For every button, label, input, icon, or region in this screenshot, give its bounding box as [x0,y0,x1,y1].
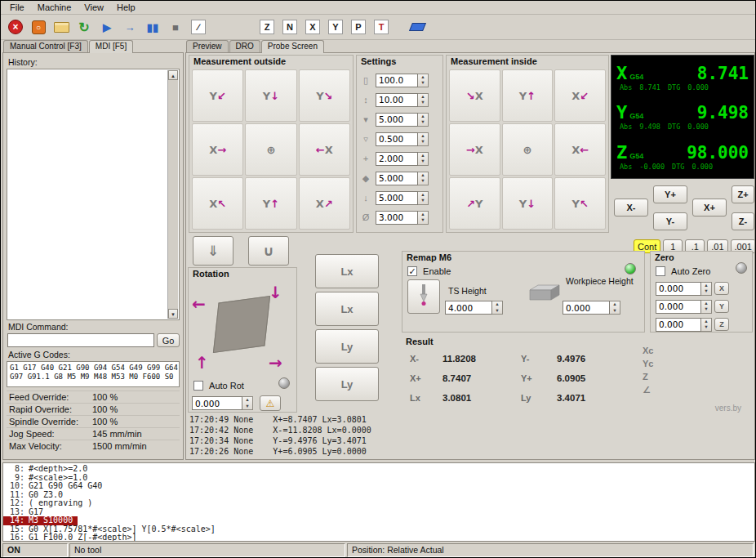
zero-1[interactable]: ▲▼ [656,282,712,296]
setting-4-input[interactable] [376,132,418,146]
setting-7-input[interactable] [376,191,418,205]
ts-height[interactable]: ▲▼ [445,301,503,315]
run-from-line-icon[interactable]: → [119,16,140,38]
spinner-buttons[interactable]: ▲▼ [418,191,429,205]
spin-up-icon[interactable]: ▲ [418,74,428,81]
machine-power-icon[interactable]: ○ [28,16,49,38]
probe-inside-corner-left-top[interactable]: ↘X [449,69,500,122]
spin-down-icon[interactable]: ▼ [242,404,252,410]
probe-inside-y-down[interactable]: Y↓ [502,177,554,230]
jog-x-plus-button[interactable]: X+ [692,199,727,217]
open-file-icon[interactable] [51,16,72,38]
touch-off-x-icon[interactable]: X [302,16,323,38]
rotation-angle[interactable]: ▲▼ [192,396,253,410]
length-y-inside-button[interactable]: Ly [315,367,379,401]
zero-set-z-button[interactable]: Z [714,318,729,331]
spin-up-icon[interactable]: ▲ [418,94,428,100]
gcode-line[interactable]: 9:#<scale>=1.0 [3,474,754,483]
ts-probe-button[interactable] [407,279,440,314]
spinner-buttons[interactable]: ▲▼ [701,300,712,314]
setting-1-input[interactable] [376,74,418,87]
tool-touch-icon[interactable]: T [371,16,392,38]
probe-inside-x-left[interactable]: →X [449,123,500,176]
jog-x-minus-button[interactable]: X- [614,199,648,217]
probe-outside-corner-left-bottom[interactable]: X↖ [192,177,243,230]
tab-mdi[interactable]: MDI [F5] [89,40,133,53]
spinner-buttons[interactable]: ▲▼ [492,301,503,315]
run-program-icon[interactable]: ▶ [96,16,118,38]
setting-7[interactable]: ▲▼ [376,191,429,205]
gcode-line[interactable]: 8:#<depth>=2.0 [3,465,754,474]
menu-help[interactable]: Help [110,2,142,13]
probe-outside-corner-right-bottom[interactable]: X↗ [299,177,350,230]
scroll-up-icon[interactable]: ▲ [168,70,178,80]
jog-z-plus-button[interactable]: Z+ [732,185,754,203]
spin-down-icon[interactable]: ▼ [701,288,711,295]
menu-file[interactable]: File [3,2,31,13]
probe-inside-x-right[interactable]: X← [554,123,606,176]
probe-inside-y-up[interactable]: Y↑ [502,69,554,122]
spinner-buttons[interactable]: ▲▼ [701,318,712,332]
tab-manual-control[interactable]: Manual Control [F3] [3,40,88,53]
spin-down-icon[interactable]: ▼ [701,324,711,331]
estop-icon[interactable]: × [5,16,26,38]
spin-down-icon[interactable]: ▼ [418,178,428,185]
remap-enable-checkbox[interactable]: ✓ [407,266,417,276]
spinner-buttons[interactable]: ▲▼ [418,74,429,87]
rotation-warning-button[interactable]: ⚠ [260,395,281,411]
rotation-angle-input[interactable] [192,396,242,410]
auto-zero-checkbox[interactable] [656,266,665,276]
gcode-line[interactable]: 16:G1 F100.0 Z[-#<depth>] [3,533,754,542]
history-list[interactable]: ▲ ▼ [7,69,180,320]
gcode-area[interactable]: 8:#<depth>=2.09:#<scale>=1.010:G21 G90 G… [2,462,755,542]
tab-dro[interactable]: DRO [229,40,260,53]
magnet-icon[interactable]: N [279,16,300,38]
zero-set-y-button[interactable]: Y [714,300,729,313]
setting-5[interactable]: ▲▼ [376,152,429,166]
probe-outside-x-left[interactable]: ←X [299,123,350,176]
spin-down-icon[interactable]: ▼ [418,217,428,224]
setting-6[interactable]: ▲▼ [376,172,429,185]
length-y-outside-button[interactable]: Ly [315,329,379,364]
rotation-up-button[interactable]: ↑ [195,353,209,373]
rotation-right-button[interactable]: → [269,353,282,373]
auto-rot-checkbox[interactable] [193,381,203,391]
spin-down-icon[interactable]: ▼ [492,308,502,315]
setting-8-input[interactable] [376,211,418,225]
spinner-buttons[interactable]: ▲▼ [418,113,429,127]
touch-off-y-icon[interactable]: Y [325,16,346,38]
zero-3-input[interactable] [656,318,701,332]
spin-up-icon[interactable]: ▲ [701,301,711,307]
length-x-inside-button[interactable]: Lx [315,292,379,326]
history-scrollbar[interactable]: ▲ ▼ [167,70,178,319]
gcode-line[interactable]: 11:G0 Z3.0 [3,491,754,500]
probe-inside-corner-right-bottom[interactable]: Y↖ [554,177,606,230]
spin-down-icon[interactable]: ▼ [418,100,428,106]
spin-up-icon[interactable]: ▲ [701,319,711,325]
spin-up-icon[interactable]: ▲ [418,114,428,120]
gcode-line[interactable]: 10:G21 G90 G64 G40 [3,482,754,491]
tab-preview[interactable]: Preview [186,40,229,53]
length-x-outside-button[interactable]: Lx [315,254,379,288]
rotation-left-button[interactable]: ← [192,294,206,314]
setting-8[interactable]: ▲▼ [376,211,429,225]
setting-3-input[interactable] [376,113,418,127]
touch-off-z-icon[interactable]: Z [256,16,278,38]
clean-icon[interactable] [407,16,428,38]
mdi-command-input[interactable] [7,333,154,347]
skip-lines-icon[interactable]: ∕ [188,16,209,38]
spin-down-icon[interactable]: ▼ [418,80,428,87]
setting-1[interactable]: ▲▼ [376,74,429,87]
zero-2[interactable]: ▲▼ [656,300,712,314]
probe-outside-x-right[interactable]: X→ [192,123,243,176]
spinner-buttons[interactable]: ▲▼ [418,172,429,185]
probe-inside-corner-right-top[interactable]: X↙ [554,69,606,122]
jog-y-minus-button[interactable]: Y- [653,212,687,230]
probe-down-button[interactable]: ⇓ [193,236,233,266]
setting-3[interactable]: ▲▼ [376,113,429,127]
jog-y-plus-button[interactable]: Y+ [653,185,687,203]
setting-6-input[interactable] [376,172,418,185]
probe-outside-y-down[interactable]: Y↓ [245,69,296,122]
reload-file-icon[interactable]: ↻ [73,16,95,38]
spin-up-icon[interactable]: ▲ [418,172,428,179]
